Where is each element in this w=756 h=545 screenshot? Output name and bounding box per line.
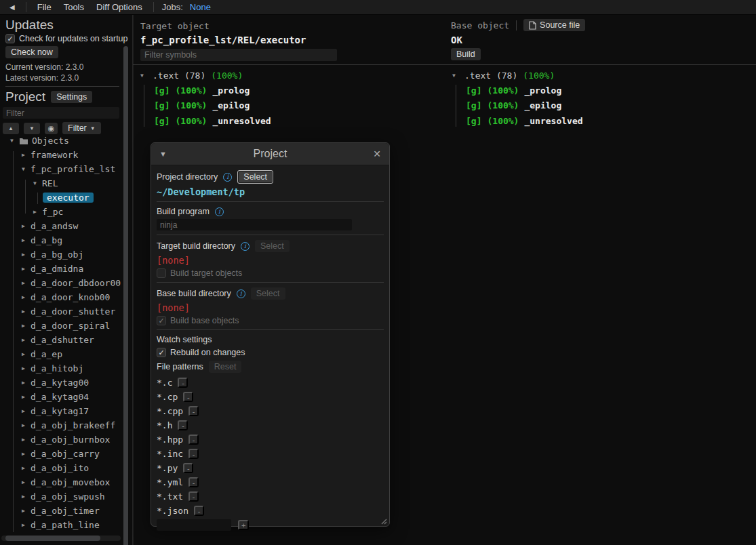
project-settings-button[interactable]: Settings [51, 91, 92, 103]
remove-pattern-button[interactable]: - [183, 392, 193, 402]
tree-arrow-icon[interactable]: ▶ [20, 365, 27, 371]
symbol-row[interactable]: [g] (100%) _unresolved [154, 113, 439, 129]
menu-item[interactable]: File [37, 2, 52, 12]
section-arrow-icon[interactable]: ▼ [452, 73, 459, 79]
sidebar-horizontal-scrollbar[interactable] [1, 536, 121, 541]
tree-item[interactable]: ▶ d_a_obj_swpush [0, 489, 122, 504]
tree-arrow-icon[interactable]: ▶ [20, 451, 27, 457]
tree-arrow-icon[interactable]: ▶ [20, 351, 27, 357]
tree-item[interactable]: ▶ d_a_hitobj [0, 361, 122, 376]
add-pattern-button[interactable]: + [238, 520, 249, 530]
tree-item[interactable]: ▶ d_a_dshutter [0, 333, 122, 347]
tree-arrow-icon[interactable]: ▶ [20, 237, 27, 243]
add-pattern-input[interactable] [157, 519, 231, 531]
back-arrow-icon[interactable]: ◀ [5, 3, 19, 11]
tree-arrow-icon[interactable]: ▶ [20, 522, 27, 528]
info-icon[interactable]: i [223, 173, 232, 182]
tree-arrow-icon[interactable]: ▶ [20, 280, 27, 286]
checkbox-icon[interactable]: ✓ [5, 34, 15, 43]
updates-startup-checkbox[interactable]: ✓ Check for updates on startup [5, 34, 128, 43]
tree-arrow-icon[interactable]: ▶ [20, 308, 27, 315]
symbol-row[interactable]: [g] (100%) _prolog [154, 83, 439, 98]
locate-icon[interactable]: ◉ [45, 123, 58, 134]
symbol-row[interactable]: [g] (100%) _epilog [466, 98, 751, 114]
tree-arrow-icon[interactable]: ▶ [20, 380, 27, 386]
tree-item[interactable]: ▶ d_a_kytag00 [0, 376, 122, 390]
tree-arrow-icon[interactable]: ▶ [20, 493, 27, 500]
expand-all-button[interactable]: ▼ [24, 123, 40, 134]
remove-pattern-button[interactable]: - [183, 463, 193, 473]
tree-arrow-icon[interactable]: ▶ [20, 422, 27, 428]
project-directory-select-button[interactable]: Select [237, 170, 273, 184]
jobs-status-link[interactable]: None [190, 2, 211, 12]
tree-arrow-icon[interactable]: ▶ [20, 266, 27, 272]
symbol-row[interactable]: [g] (100%) _prolog [466, 83, 751, 98]
tree-item[interactable]: ▶ d_a_door_knob00 [0, 290, 122, 304]
remove-pattern-button[interactable]: - [188, 435, 199, 445]
tree-arrow-icon[interactable]: ▶ [20, 294, 27, 300]
info-icon[interactable]: i [237, 289, 245, 298]
build-program-input[interactable] [157, 219, 352, 230]
remove-pattern-button[interactable]: - [178, 420, 188, 430]
tree-arrow-icon[interactable]: ▶ [20, 465, 27, 471]
tree-item[interactable]: ▶ d_a_kytag17 [0, 404, 122, 418]
tree-item[interactable]: ▶ d_a_bg [0, 233, 122, 247]
tree-item[interactable]: ▼ REL [0, 176, 122, 190]
tree-item[interactable]: ▶ d_a_obj_brakeeff [0, 418, 122, 432]
symbol-row[interactable]: [g] (100%) _epilog [154, 98, 439, 114]
tree-item[interactable]: executor [0, 190, 122, 205]
tree-item[interactable]: ▶ framework [0, 148, 122, 162]
symbol-filter-input[interactable] [140, 49, 337, 61]
section-header[interactable]: ▼ .text (78) (100%) [140, 68, 439, 83]
remove-pattern-button[interactable]: - [188, 491, 199, 502]
section-arrow-icon[interactable]: ▼ [140, 73, 147, 79]
tree-item[interactable]: ▶ d_a_path_line [0, 518, 122, 532]
tree-item[interactable]: ▶ d_a_door_shutter [0, 304, 122, 319]
dialog-titlebar[interactable]: ▼ Project ✕ [151, 143, 389, 165]
sidebar-vertical-scrollbar[interactable] [123, 46, 128, 545]
source-file-button[interactable]: Source file [523, 19, 585, 31]
rebuild-on-changes-checkbox[interactable]: ✓ Rebuild on changes [157, 348, 384, 357]
tree-item[interactable]: ▶ d_a_door_dbdoor00 [0, 276, 122, 290]
tree-arrow-icon[interactable]: ▼ [8, 138, 16, 144]
tree-arrow-icon[interactable]: ▶ [31, 209, 39, 215]
tree-arrow-icon[interactable]: ▶ [20, 251, 27, 258]
remove-pattern-button[interactable]: - [178, 378, 188, 388]
remove-pattern-button[interactable]: - [188, 406, 199, 416]
remove-pattern-button[interactable]: - [188, 477, 199, 487]
tree-item[interactable]: ▶ d_a_obj_burnbox [0, 432, 122, 447]
tree-arrow-icon[interactable]: ▶ [20, 408, 27, 414]
project-filter-input[interactable] [3, 107, 119, 119]
tree-item[interactable]: ▼ f_pc_profile_lst [0, 162, 122, 176]
remove-pattern-button[interactable]: - [188, 449, 199, 459]
tree-arrow-icon[interactable]: ▶ [20, 223, 27, 229]
checkbox-icon[interactable]: ✓ [157, 348, 166, 357]
tree-item[interactable]: ▶ d_a_kytag04 [0, 390, 122, 404]
menu-item[interactable]: Diff Options [96, 2, 142, 12]
tree-item[interactable]: ▶ d_a_obj_carry [0, 447, 122, 461]
build-button[interactable]: Build [451, 48, 481, 60]
tree-item[interactable]: ▶ f_pc [0, 205, 122, 219]
tree-filter-dropdown[interactable]: Filter ▼ [62, 122, 101, 134]
tree-item[interactable]: ▶ d_a_obj_movebox [0, 475, 122, 489]
close-icon[interactable]: ✕ [367, 148, 381, 159]
tree-item[interactable]: ▶ d_a_andsw [0, 219, 122, 233]
tree-item[interactable]: ▶ d_a_dmidna [0, 262, 122, 276]
tree-arrow-icon[interactable]: ▶ [20, 337, 27, 343]
remove-pattern-button[interactable]: - [194, 506, 204, 516]
tree-arrow-icon[interactable]: ▶ [20, 437, 27, 443]
info-icon[interactable]: i [241, 242, 250, 251]
tree-item[interactable]: ▼ Objects [0, 134, 122, 148]
collapse-all-button[interactable]: ▲ [3, 123, 19, 134]
tree-arrow-icon[interactable]: ▼ [31, 180, 39, 186]
tree-item[interactable]: ▶ d_a_obj_ito [0, 461, 122, 475]
info-icon[interactable]: i [215, 207, 224, 216]
tree-item[interactable]: ▶ d_a_door_spiral [0, 319, 122, 333]
menu-item[interactable]: Tools [64, 2, 84, 12]
tree-item[interactable]: ▶ d_a_obj_timer [0, 504, 122, 518]
tree-arrow-icon[interactable]: ▶ [20, 152, 27, 158]
scrollbar-thumb[interactable] [5, 536, 100, 541]
tree-arrow-icon[interactable]: ▶ [20, 323, 27, 329]
tree-arrow-icon[interactable]: ▶ [20, 508, 27, 514]
tree-item[interactable]: ▶ d_a_ep [0, 347, 122, 361]
